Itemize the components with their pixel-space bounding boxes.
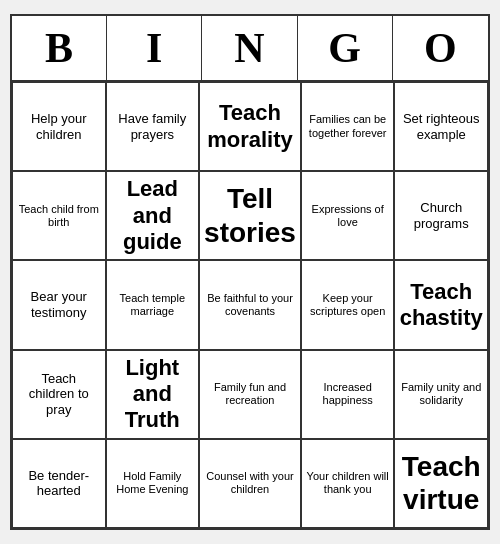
header-letter-N: N bbox=[202, 16, 297, 80]
bingo-cell-13: Keep your scriptures open bbox=[301, 260, 395, 349]
header-letter-O: O bbox=[393, 16, 488, 80]
bingo-cell-14: Teach chastity bbox=[394, 260, 488, 349]
bingo-cell-16: Light and Truth bbox=[106, 350, 200, 439]
bingo-cell-15: Teach children to pray bbox=[12, 350, 106, 439]
header-letter-G: G bbox=[298, 16, 393, 80]
bingo-cell-23: Your children will thank you bbox=[301, 439, 395, 528]
bingo-cell-19: Family unity and solidarity bbox=[394, 350, 488, 439]
bingo-cell-0: Help your children bbox=[12, 82, 106, 171]
bingo-cell-3: Families can be together forever bbox=[301, 82, 395, 171]
bingo-cell-7: Tell stories bbox=[199, 171, 301, 260]
bingo-cell-6: Lead and guide bbox=[106, 171, 200, 260]
bingo-cell-18: Increased happiness bbox=[301, 350, 395, 439]
bingo-cell-8: Expressions of love bbox=[301, 171, 395, 260]
bingo-cell-5: Teach child from birth bbox=[12, 171, 106, 260]
bingo-cell-1: Have family prayers bbox=[106, 82, 200, 171]
bingo-header: BINGO bbox=[12, 16, 488, 82]
bingo-cell-2: Teach morality bbox=[199, 82, 301, 171]
bingo-cell-20: Be tender-hearted bbox=[12, 439, 106, 528]
bingo-cell-17: Family fun and recreation bbox=[199, 350, 301, 439]
bingo-cell-21: Hold Family Home Evening bbox=[106, 439, 200, 528]
header-letter-B: B bbox=[12, 16, 107, 80]
bingo-card: BINGO Help your childrenHave family pray… bbox=[10, 14, 490, 530]
bingo-cell-9: Church programs bbox=[394, 171, 488, 260]
bingo-cell-10: Bear your testimony bbox=[12, 260, 106, 349]
bingo-cell-4: Set righteous example bbox=[394, 82, 488, 171]
bingo-cell-22: Counsel with your children bbox=[199, 439, 301, 528]
bingo-cell-12: Be faithful to your covenants bbox=[199, 260, 301, 349]
bingo-cell-11: Teach temple marriage bbox=[106, 260, 200, 349]
header-letter-I: I bbox=[107, 16, 202, 80]
bingo-cell-24: Teach virtue bbox=[394, 439, 488, 528]
bingo-grid: Help your childrenHave family prayersTea… bbox=[12, 82, 488, 528]
